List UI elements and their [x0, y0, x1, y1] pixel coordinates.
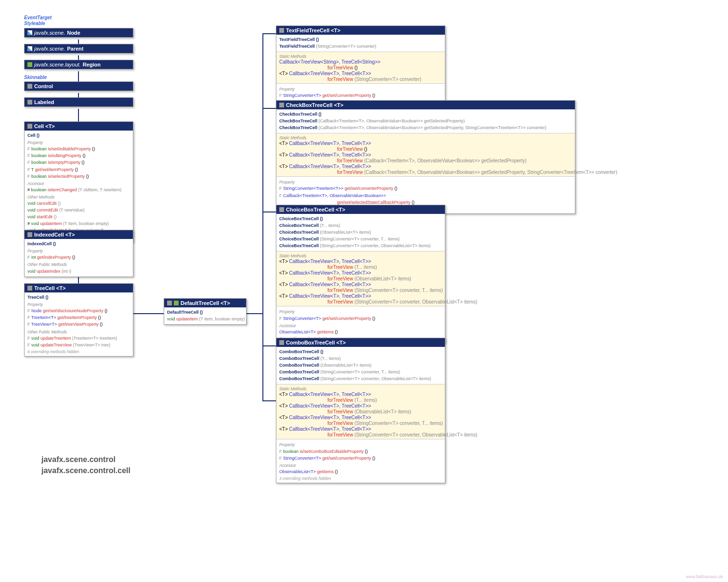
class-box-cell: Cell <T> Cell () Property F boolean is/s…	[24, 121, 133, 242]
class-box-node: javafx.scene.Node	[24, 28, 133, 38]
class-icon	[279, 28, 284, 33]
class-box-region: javafx.scene.layout.Region	[24, 60, 133, 69]
package-label-cell: javafx.scene.control.cell	[39, 466, 130, 475]
class-box-labeled: Labeled	[24, 97, 133, 107]
interface-label-styleable: Styleable	[24, 21, 45, 26]
class-icon	[27, 84, 32, 89]
class-icon	[27, 100, 32, 105]
class-box-treecell: TreeCell <T> TreeCell () Property F Node…	[24, 283, 133, 357]
class-icon	[174, 301, 179, 305]
class-box-checkboxtreecell: CheckBoxTreeCell <T> CheckBoxTreeCell ()…	[276, 100, 575, 214]
class-box-comboboxtreecell: ComboBoxTreeCell <T> ComboBoxTreeCell ()…	[276, 338, 445, 483]
class-box-defaulttreecell: DefaultTreeCell <T> DefaultTreeCell () v…	[164, 298, 247, 325]
class-box-control: Control	[24, 81, 133, 91]
class-icon	[27, 30, 32, 35]
interface-label-eventtarget: EventTarget	[24, 15, 52, 20]
class-icon	[27, 124, 32, 129]
class-box-parent: javafx.scene.Parent	[24, 44, 133, 53]
footer-link[interactable]: www.falkhausen.de	[686, 574, 723, 579]
class-icon	[279, 340, 284, 345]
class-box-textfieldtreecell: TextFieldTreeCell <T> TextFieldTreeCell …	[276, 26, 445, 107]
class-icon	[279, 207, 284, 212]
class-icon	[27, 46, 32, 51]
class-box-choiceboxtreecell: ChoiceBoxTreeCell <T> ChoiceBoxTreeCell …	[276, 205, 445, 344]
class-icon	[27, 286, 32, 291]
class-icon	[279, 103, 284, 107]
class-icon	[167, 301, 172, 305]
class-box-indexedcell: IndexedCell <T> IndexedCell () Property …	[24, 230, 133, 277]
package-label-control: javafx.scene.control	[39, 455, 116, 464]
class-icon	[27, 232, 32, 237]
interface-label-skinnable: Skinnable	[24, 75, 47, 80]
class-icon	[27, 62, 32, 67]
